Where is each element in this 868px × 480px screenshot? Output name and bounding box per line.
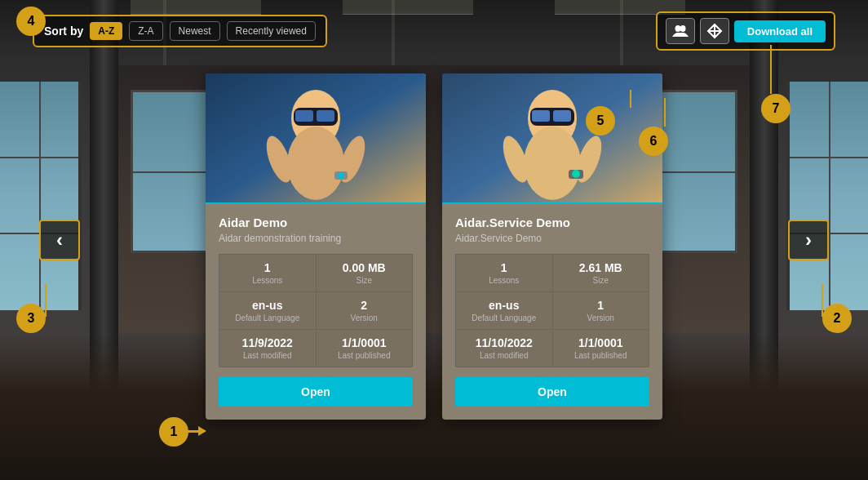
annotation-6-line <box>664 98 666 127</box>
card-1-open-button[interactable]: Open <box>219 377 413 407</box>
stat-published-label: Last published <box>325 351 405 360</box>
annotation-7: 7 <box>761 94 790 123</box>
card-2-info: Aidar.Service Demo Aidar.Service Demo 1 … <box>442 204 662 420</box>
next-arrow-icon: › <box>805 229 812 251</box>
stat-size: 0.00 MB Size <box>317 255 413 291</box>
users-icon-button[interactable] <box>666 18 695 44</box>
stat-modified-label: Last modified <box>228 351 308 360</box>
annotation-1: 1 <box>159 417 188 447</box>
card-1-title: Aidar Demo <box>219 216 413 229</box>
stat-version-label: Version <box>325 313 405 322</box>
card-1-image <box>206 73 426 204</box>
card-2-stats: 1 Lessons 2.61 MB Size en-us Default Lan… <box>455 254 649 367</box>
prev-arrow-icon: ‹ <box>56 229 63 251</box>
sort-az-button[interactable]: A-Z <box>90 22 122 40</box>
card-2-subtitle: Aidar.Service Demo <box>455 233 649 244</box>
next-nav-button[interactable]: › <box>788 220 829 260</box>
stat-lang-label: Default Language <box>228 313 308 322</box>
stat-size-value: 0.00 MB <box>325 261 405 274</box>
sort-recently-button[interactable]: Recently viewed <box>227 21 316 41</box>
svg-point-0 <box>675 25 680 32</box>
cards-container: Aidar Demo Aidar demonstration training … <box>147 73 721 420</box>
stat-modified: 11/9/2022 Last modified <box>219 330 316 367</box>
stat-version-value: 2 <box>325 299 405 312</box>
annotation-3-line <box>45 284 46 317</box>
stat2-size: 2.61 MB Size <box>553 255 649 291</box>
card-2-open-button[interactable]: Open <box>455 377 649 407</box>
prev-nav-button[interactable]: ‹ <box>39 220 80 260</box>
stat2-size-label: Size <box>561 276 641 285</box>
stat2-lessons-value: 1 <box>464 261 544 274</box>
stat-lessons-label: Lessons <box>228 276 308 285</box>
svg-rect-18 <box>532 110 550 122</box>
stat-size-label: Size <box>325 276 405 285</box>
stat-lang-value: en-us <box>228 299 308 312</box>
sort-newest-button[interactable]: Newest <box>170 21 220 41</box>
stat2-language: en-us Default Language <box>456 292 552 329</box>
right-toolbar: Download all <box>656 11 835 51</box>
stat-published-value: 1/1/0001 <box>325 336 405 349</box>
svg-rect-9 <box>317 110 334 122</box>
annotation-2: 2 <box>822 304 852 333</box>
card-2-title: Aidar.Service Demo <box>455 216 649 229</box>
stat-published: 1/1/0001 Last published <box>317 330 413 367</box>
stat2-lang-label: Default Language <box>464 313 544 322</box>
stat-version: 2 Version <box>317 292 413 329</box>
stat2-lessons: 1 Lessons <box>456 255 552 291</box>
stat2-version-value: 1 <box>561 299 641 312</box>
svg-point-10 <box>287 127 344 200</box>
window-far-left <box>0 82 82 310</box>
svg-point-20 <box>524 127 581 200</box>
share-icon-button[interactable] <box>700 18 729 44</box>
stat2-modified-value: 11/10/2022 <box>464 336 544 349</box>
annotation-4-line <box>44 15 69 16</box>
sort-section-wrapper: Sort by A-Z Z-A Newest Recently viewed <box>33 15 327 47</box>
stat2-published-label: Last published <box>561 351 641 360</box>
stat-modified-value: 11/9/2022 <box>228 336 308 349</box>
annotation-3: 3 <box>16 304 46 333</box>
svg-point-1 <box>680 25 685 32</box>
card-1-vr-image <box>206 73 426 204</box>
svg-point-24 <box>572 170 580 178</box>
sort-section: Sort by A-Z Z-A Newest Recently viewed <box>33 15 327 47</box>
annotation-5-line <box>630 90 631 108</box>
stat2-modified: 11/10/2022 Last modified <box>456 330 552 367</box>
annotation-1-arrow <box>198 426 206 436</box>
stat2-published: 1/1/0001 Last published <box>553 330 649 367</box>
svg-point-14 <box>338 172 344 179</box>
stat2-version: 1 Version <box>553 292 649 329</box>
card-aidar-service-demo: Aidar.Service Demo Aidar.Service Demo 1 … <box>442 73 662 420</box>
stat2-published-value: 1/1/0001 <box>561 336 641 349</box>
stat2-modified-label: Last modified <box>464 351 544 360</box>
card-1-subtitle: Aidar demonstration training <box>219 233 413 244</box>
stat2-lessons-label: Lessons <box>464 276 544 285</box>
sort-za-button[interactable]: Z-A <box>129 21 162 41</box>
toolbar: Sort by A-Z Z-A Newest Recently viewed D… <box>0 11 868 51</box>
stat2-version-label: Version <box>561 313 641 322</box>
stat-lessons-value: 1 <box>228 261 308 274</box>
stat2-size-value: 2.61 MB <box>561 261 641 274</box>
stat2-lang-value: en-us <box>464 299 544 312</box>
annotation-4: 4 <box>16 7 46 36</box>
card-1-info: Aidar Demo Aidar demonstration training … <box>206 204 426 420</box>
svg-rect-8 <box>295 110 313 122</box>
sort-label: Sort by <box>44 24 83 38</box>
download-all-button[interactable]: Download all <box>734 20 826 42</box>
stat-language: en-us Default Language <box>219 292 316 329</box>
annotation-5: 5 <box>586 106 615 136</box>
stat-lessons: 1 Lessons <box>219 255 316 291</box>
annotation-7-line <box>770 45 772 94</box>
svg-rect-19 <box>553 110 571 122</box>
card-1-stats: 1 Lessons 0.00 MB Size en-us Default Lan… <box>219 254 413 367</box>
card-aidar-demo: Aidar Demo Aidar demonstration training … <box>206 73 426 420</box>
annotation-1-wrapper: 1 <box>159 430 200 433</box>
window-far-right <box>786 82 868 310</box>
annotation-6: 6 <box>639 127 668 156</box>
